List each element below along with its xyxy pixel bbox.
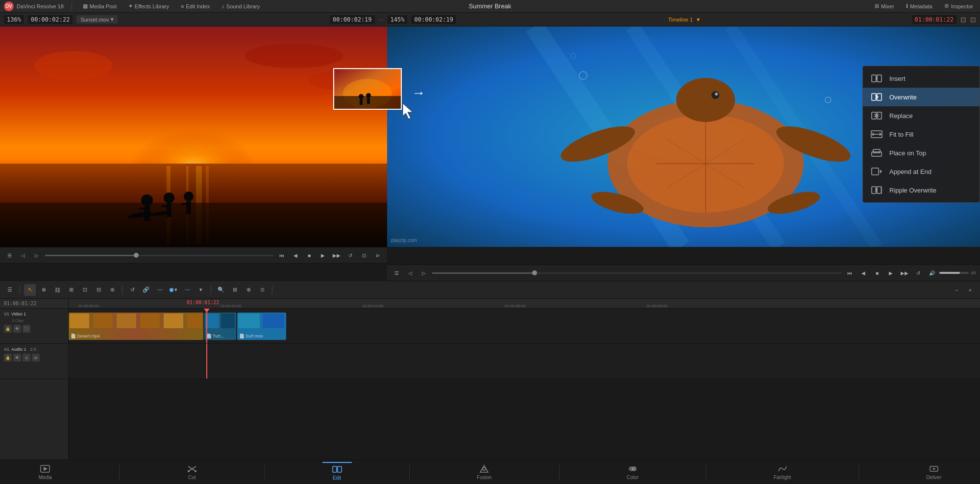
source-btn-rewind[interactable]: ◀ xyxy=(290,250,301,261)
link2-btn[interactable]: 🔗 xyxy=(140,284,152,296)
source-btn-next[interactable]: ▷ xyxy=(31,250,42,261)
tl-scrubber-handle[interactable] xyxy=(532,270,537,275)
nav-media-label: Media xyxy=(39,475,52,480)
wave-icon[interactable]: 〰 xyxy=(181,284,193,296)
mark-btn[interactable]: ⊞ xyxy=(65,284,77,296)
clip-desert[interactable]: 📄 Desert.mp4 xyxy=(69,313,203,340)
source-mark-in[interactable]: ⊳ xyxy=(372,250,383,261)
duration-display: 00:00:02:19 xyxy=(411,15,456,24)
insert-icon xyxy=(870,73,883,84)
nav-fairlight[interactable]: Fairlight xyxy=(764,462,801,482)
search-btn[interactable]: ⊙ xyxy=(256,284,268,296)
tl-btn-loop[interactable]: ↺ xyxy=(913,267,924,278)
nav-cut[interactable]: Cut xyxy=(177,462,207,482)
ruler-mark-0: 01:00:00:00 xyxy=(78,304,99,308)
wave-dropdown[interactable]: ▾ xyxy=(195,284,207,296)
menu-overwrite[interactable]: Overwrite xyxy=(863,88,980,106)
a1-m-btn[interactable]: M xyxy=(32,354,40,362)
nav-sep-3 xyxy=(409,465,410,480)
volume-fill xyxy=(939,272,960,274)
nav-effects-library[interactable]: ✦ Effects Library xyxy=(125,2,172,10)
v1-lock-btn[interactable]: 🔒 xyxy=(4,325,12,333)
source-btn-play[interactable]: ▶ xyxy=(318,250,328,261)
tl-menu-btn[interactable]: ☰ xyxy=(391,267,402,278)
color-picker-btn[interactable]: ▾ xyxy=(168,284,179,296)
nav-color[interactable]: Color xyxy=(617,462,648,482)
zoom-out-btn[interactable]: 🔍 xyxy=(215,284,227,296)
nav-media[interactable]: Media xyxy=(29,462,62,482)
source-btn-ff[interactable]: ▶▶ xyxy=(331,250,342,261)
volume-slider[interactable] xyxy=(939,272,969,274)
menu-ripple-overwrite[interactable]: Ripple Overwrite xyxy=(863,181,980,199)
audio-wave-btn[interactable]: 〰 xyxy=(154,284,166,296)
watermark: playzip.com xyxy=(391,238,417,243)
nav-sound-label: Sound Library xyxy=(226,3,260,9)
a1-eye-btn[interactable]: 👁 xyxy=(13,354,21,362)
v1-color-btn[interactable]: ⬛ xyxy=(23,325,30,333)
menu-place-on-top[interactable]: Place on Top xyxy=(863,144,980,162)
snap-btn[interactable]: ⊕ xyxy=(38,284,49,296)
tl-btn-start[interactable]: ⏮ xyxy=(844,267,855,278)
place-on-top-icon xyxy=(870,147,883,158)
nav-sep-5 xyxy=(706,465,706,480)
nav-deliver[interactable]: Deliver xyxy=(916,462,951,482)
tl-btn-prev[interactable]: ◁ xyxy=(405,267,416,278)
a1-lock-btn[interactable]: 🔒 xyxy=(4,354,12,362)
plus-btn[interactable]: + xyxy=(964,284,976,296)
tl-vol-icon[interactable]: 🔊 xyxy=(927,267,937,278)
nav-media-pool[interactable]: ▦ Media Pool xyxy=(80,2,120,10)
nav-inspector[interactable]: ⚙ Inspector xyxy=(941,2,976,10)
menu-fit-to-fill[interactable]: Fit to Fill xyxy=(863,125,980,144)
timeline-menu-btn[interactable]: ☰ xyxy=(4,284,16,296)
nav-edit-index[interactable]: ≡ Edit Index xyxy=(178,2,213,10)
menu-insert[interactable]: Insert xyxy=(863,69,980,88)
composite-btn[interactable]: ⊛ xyxy=(106,284,118,296)
undo-btn[interactable]: ↺ xyxy=(126,284,138,296)
nav-fusion-label: Fusion xyxy=(477,475,491,480)
media-icon xyxy=(40,464,50,473)
tl-btn-ff[interactable]: ▶▶ xyxy=(899,267,910,278)
link-btn[interactable]: ⛓ xyxy=(51,284,63,296)
svg-point-90 xyxy=(632,466,637,471)
nav-mixer[interactable]: ⊞ Mixer xyxy=(872,2,897,10)
nav-sound-library[interactable]: ♪ Sound Library xyxy=(219,2,263,10)
nav-fusion[interactable]: Fusion xyxy=(467,462,501,482)
select-tool-btn[interactable]: ↖ xyxy=(24,284,36,296)
menu-replace[interactable]: Replace xyxy=(863,106,980,125)
tl-btn-next[interactable]: ▷ xyxy=(418,267,429,278)
a1-label-row: A1 Audio 1 2.0 xyxy=(4,347,64,352)
source-scrubber-handle[interactable] xyxy=(134,253,139,258)
timecode-header: 01:00:01:22 xyxy=(0,299,68,309)
tl-btn-stop[interactable]: ■ xyxy=(872,267,882,278)
nav-sep-4 xyxy=(559,465,560,480)
clip-turtle[interactable]: 📄 Turt... xyxy=(204,313,236,340)
clip-surf[interactable]: 📄 Surf.mov xyxy=(237,313,286,340)
svg-point-32 xyxy=(676,78,735,122)
source-btn-stop[interactable]: ■ xyxy=(304,250,315,261)
source-preview xyxy=(0,26,387,247)
source-btn-loop[interactable]: ↺ xyxy=(345,250,356,261)
zoom-in-btn[interactable]: ⊕ xyxy=(243,284,254,296)
nav-edit[interactable]: Edit xyxy=(322,462,352,483)
source-scrubber-area xyxy=(45,254,273,257)
tl-scrubber-track[interactable] xyxy=(432,272,841,274)
v1-eye-btn[interactable]: 👁 xyxy=(13,325,21,333)
zoom-fit-btn[interactable]: ⊞ xyxy=(229,284,241,296)
source-btn-prev[interactable]: ◁ xyxy=(18,250,28,261)
nav-metadata[interactable]: ℹ Metadata xyxy=(903,2,935,10)
timeline-zoom: 145% xyxy=(388,15,408,24)
source-btn-start[interactable]: ⏮ xyxy=(276,250,287,261)
tl-btn-rewind[interactable]: ◀ xyxy=(858,267,869,278)
clip-name-dropdown[interactable]: Sunset.mov ▾ xyxy=(76,15,118,24)
tl-btn-play[interactable]: ▶ xyxy=(885,267,896,278)
source-scrubber-track[interactable] xyxy=(45,255,273,256)
source-clip-icon[interactable]: ⊡ xyxy=(359,250,369,261)
minus-btn[interactable]: − xyxy=(951,284,962,296)
source-menu-btn[interactable]: ☰ xyxy=(4,250,15,261)
crop-btn[interactable]: ⊟ xyxy=(93,284,104,296)
menu-append-at-end[interactable]: Append at End xyxy=(863,162,980,181)
sep2 xyxy=(122,286,122,294)
dynamic-trim-btn[interactable]: ⊡ xyxy=(79,284,91,296)
a1-s-btn[interactable]: S xyxy=(23,354,30,362)
turtle-clip-label: 📄 Turt... xyxy=(206,334,224,339)
